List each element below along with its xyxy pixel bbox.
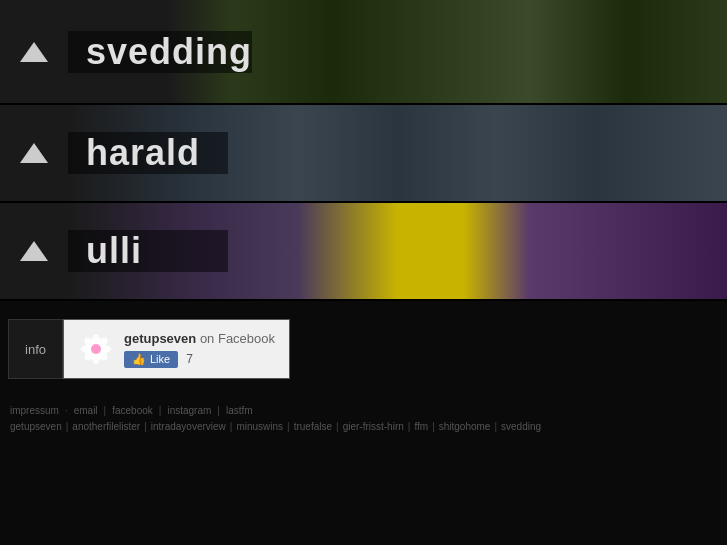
- footer-link-facebook2[interactable]: facebook: [112, 405, 153, 416]
- footer-link-lastfm[interactable]: lastfm: [226, 405, 253, 416]
- user-name-svedding: svedding: [68, 31, 252, 73]
- footer-link-ffm[interactable]: ffm: [414, 421, 428, 432]
- footer-link-minuswins[interactable]: minuswins: [236, 421, 283, 432]
- thumbs-up-icon: 👍: [132, 353, 146, 366]
- footer-link-svedding[interactable]: svedding: [501, 421, 541, 432]
- footer-link-intradayoverview[interactable]: intradayoverview: [151, 421, 226, 432]
- user-row-harald: harald: [0, 105, 727, 203]
- svg-point-9: [91, 344, 101, 354]
- footer-top-links: impressum · email | facebook | instagram…: [10, 405, 717, 416]
- info-label: info: [8, 319, 63, 379]
- footer-link-instagram[interactable]: instagram: [167, 405, 211, 416]
- footer-link-truefalse[interactable]: truefalse: [294, 421, 332, 432]
- footer-link-shitgohome[interactable]: shitgohome: [439, 421, 491, 432]
- vote-button-harald[interactable]: [0, 105, 68, 201]
- facebook-flower-icon: [78, 331, 114, 367]
- footer: impressum · email | facebook | instagram…: [0, 391, 727, 440]
- footer-link-email[interactable]: email: [74, 405, 98, 416]
- facebook-like-count: 7: [186, 352, 193, 366]
- footer-link-getupseven[interactable]: getupseven: [10, 421, 62, 432]
- arrow-up-icon: [20, 241, 48, 261]
- facebook-title: getupseven on Facebook: [124, 331, 275, 346]
- info-section: info getupseven on Facebook 👍 Like: [0, 307, 727, 391]
- user-row-ulli: ulli: [0, 203, 727, 301]
- footer-link-impressum[interactable]: impressum: [10, 405, 59, 416]
- facebook-like-area: 👍 Like 7: [124, 351, 275, 368]
- facebook-box: getupseven on Facebook 👍 Like 7: [63, 319, 290, 379]
- vote-button-svedding[interactable]: [0, 0, 68, 103]
- arrow-up-icon: [20, 143, 48, 163]
- footer-link-gier-frisst-hirn[interactable]: gier-frisst-hirn: [343, 421, 404, 432]
- footer-link-anotherfilelister[interactable]: anotherfilelister: [72, 421, 140, 432]
- facebook-like-button[interactable]: 👍 Like: [124, 351, 178, 368]
- facebook-text-area: getupseven on Facebook 👍 Like 7: [124, 331, 275, 368]
- footer-bottom-links: getupseven | anotherfilelister | intrada…: [10, 421, 717, 432]
- user-rows: svedding harald ulli: [0, 0, 727, 301]
- user-name-ulli: ulli: [68, 230, 228, 272]
- arrow-up-icon: [20, 42, 48, 62]
- user-row-svedding: svedding: [0, 0, 727, 105]
- vote-button-ulli[interactable]: [0, 203, 68, 299]
- user-name-harald: harald: [68, 132, 228, 174]
